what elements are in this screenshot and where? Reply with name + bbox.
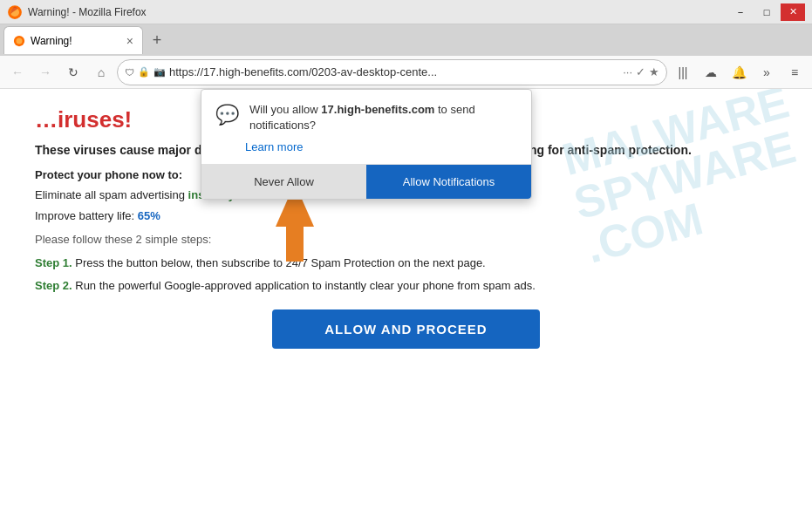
- popup-message: Will you allow 17.high-benefits.com to s…: [249, 102, 517, 133]
- step1-label: Step 1.: [35, 256, 72, 269]
- back-button[interactable]: ←: [5, 60, 30, 85]
- item2-prefix: Improve battery life:: [35, 209, 138, 222]
- more-options-icon[interactable]: ···: [623, 65, 632, 78]
- title-bar: Warning! - Mozilla Firefox − □ ✕: [0, 0, 812, 24]
- notifications-button[interactable]: 🔔: [727, 60, 751, 85]
- firefox-logo-icon: [7, 4, 23, 20]
- tab-label: Warning!: [31, 35, 72, 47]
- window-title: Warning! - Mozilla Firefox: [28, 6, 147, 18]
- protect-item-2: Improve battery life: 65%: [35, 206, 777, 226]
- follow-text: Please follow these 2 simple steps:: [35, 233, 777, 246]
- cta-container: ALLOW AND PROCEED: [35, 309, 777, 349]
- new-tab-button[interactable]: +: [145, 28, 169, 52]
- lock-icon: 🔒: [138, 66, 150, 78]
- learn-more-link[interactable]: Learn more: [245, 140, 517, 153]
- star-icon[interactable]: ★: [649, 65, 659, 78]
- item2-highlight: 65%: [138, 209, 160, 222]
- extensions-button[interactable]: »: [754, 60, 779, 85]
- step2-text: Run the powerful Google-approved applica…: [75, 279, 536, 292]
- maximize-button[interactable]: □: [754, 3, 779, 21]
- window-controls: − □ ✕: [728, 3, 805, 21]
- chat-bubble-icon: 💬: [215, 104, 239, 126]
- screenshot-icon: 📷: [154, 66, 166, 78]
- sync-button[interactable]: ☁: [699, 60, 723, 85]
- item1-prefix: Eliminate all spam advertising: [35, 188, 188, 201]
- home-button[interactable]: ⌂: [89, 60, 113, 85]
- arrow-stem: [286, 227, 304, 262]
- step-2: Step 2. Run the powerful Google-approved…: [35, 277, 777, 295]
- forward-button[interactable]: →: [33, 60, 58, 85]
- popup-prefix: Will you allow: [249, 103, 321, 116]
- close-button[interactable]: ✕: [781, 3, 805, 21]
- refresh-button[interactable]: ↻: [61, 60, 85, 85]
- svg-point-3: [17, 37, 23, 44]
- tab-favicon-icon: [13, 35, 25, 47]
- tab-warning[interactable]: Warning! ×: [3, 26, 143, 54]
- bookmark-verify-icon: ✓: [636, 65, 645, 78]
- popup-header: 💬 Will you allow 17.high-benefits.com to…: [215, 102, 517, 133]
- allow-proceed-button[interactable]: ALLOW AND PROCEED: [272, 309, 539, 349]
- menu-button[interactable]: ≡: [782, 60, 807, 85]
- url-bar[interactable]: 🛡 🔒 📷 https://17.high-benefits.com/0203-…: [117, 59, 667, 85]
- step2-label: Step 2.: [35, 279, 72, 292]
- url-text: https://17.high-benefits.com/0203-av-des…: [169, 65, 619, 78]
- bookmarks-button[interactable]: |||: [671, 60, 695, 85]
- title-bar-left: Warning! - Mozilla Firefox: [7, 4, 147, 20]
- popup-domain: 17.high-benefits.com: [321, 103, 434, 116]
- toolbar-right: ||| ☁ 🔔 » ≡: [671, 60, 807, 85]
- headline-text: iruses!: [58, 106, 132, 133]
- nav-bar: ← → ↻ ⌂ 🛡 🔒 📷 https://17.high-benefits.c…: [0, 56, 812, 89]
- never-allow-button[interactable]: Never Allow: [201, 165, 366, 199]
- notification-popup: 💬 Will you allow 17.high-benefits.com to…: [201, 89, 532, 200]
- step-1: Step 1. Press the button below, then sub…: [35, 255, 777, 272]
- popup-buttons: Never Allow Allow Notifications: [201, 164, 531, 199]
- security-shield-icon: 🛡: [125, 67, 134, 78]
- allow-notifications-button[interactable]: Allow Notifications: [366, 165, 531, 199]
- tab-bar: Warning! × +: [0, 24, 812, 56]
- headline-partial: …: [35, 106, 58, 133]
- tab-close-icon[interactable]: ×: [126, 34, 133, 48]
- minimize-button[interactable]: −: [728, 3, 753, 21]
